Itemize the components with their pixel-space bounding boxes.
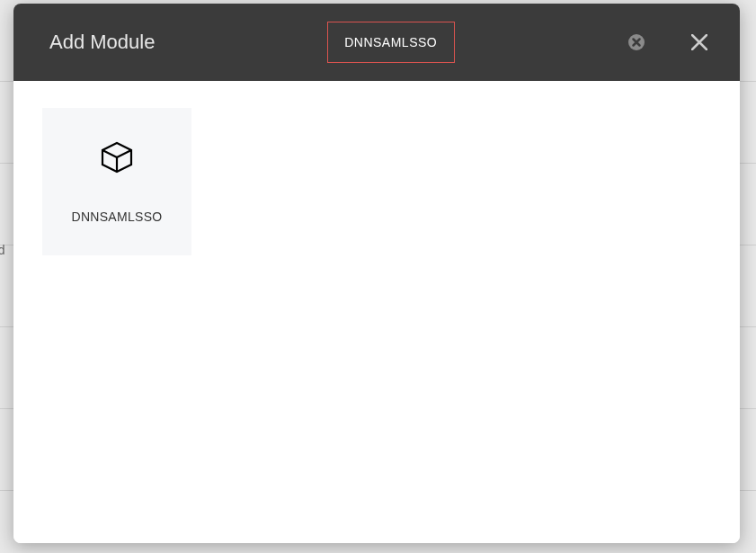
- clear-search-icon[interactable]: [627, 33, 645, 51]
- background-partial-text: nd: [0, 243, 5, 257]
- search-area: [155, 22, 627, 63]
- module-label: DNNSAMLSSO: [71, 210, 162, 224]
- add-module-dialog: Add Module: [13, 4, 740, 543]
- dialog-body: DNNSAMLSSO: [13, 81, 740, 543]
- module-card[interactable]: DNNSAMLSSO: [42, 108, 191, 255]
- dialog-title: Add Module: [49, 31, 155, 54]
- cube-icon: [99, 139, 135, 179]
- module-search-input[interactable]: [327, 22, 455, 63]
- dialog-header: Add Module: [13, 4, 740, 81]
- header-actions: [627, 33, 708, 51]
- close-dialog-icon[interactable]: [690, 33, 708, 51]
